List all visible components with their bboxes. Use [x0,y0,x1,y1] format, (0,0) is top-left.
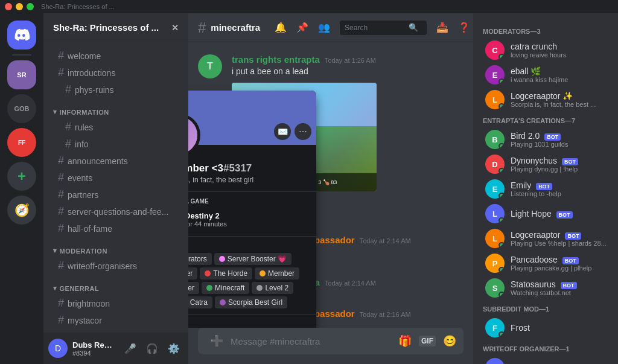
server-icon-gob[interactable]: GOB [7,94,36,123]
message-input[interactable] [231,336,391,346]
member-item[interactable]: C catra crunch loving reaive hours [478,38,613,62]
channel-item-announcements[interactable]: # announcements [48,153,183,169]
members-icon[interactable]: 👥 [318,22,330,33]
help-icon[interactable]: ❓ [458,22,470,33]
role-badge: Minecraft [202,282,249,294]
channel-item-events[interactable]: # events [48,170,183,186]
server-name: She-Ra: Princesses of ... [53,22,159,33]
member-status: i wanna kiss hajime [511,76,608,83]
close-button[interactable] [5,3,12,10]
title-bar-text: She-Ra: Princesses of ... [41,3,115,10]
message-author[interactable]: trans rights entrapta [232,54,320,65]
title-bar: She-Ra: Princesses of ... [0,0,618,13]
channel-hash-icon: # [58,297,64,310]
member-item[interactable]: P Pancadoose BOT Playing pancake.gg | pl… [478,251,613,275]
emoji-icon[interactable]: 😊 [441,332,459,350]
member-info: Emily BOT Listening to -help [511,180,608,197]
deafen-button[interactable]: 🎧 [142,339,162,358]
member-item[interactable]: D Dubs Rewatcher [478,356,613,364]
add-file-icon[interactable]: ➕ [208,332,226,350]
profile-game-duration: for 44 minutes [188,220,227,228]
profile-roles-area: ROLES Moderators Server Booster 💗 Soldie… [188,237,316,315]
channel-item-server-questions[interactable]: # server-questions-and-fee... [48,203,183,220]
user-info: Dubs Rewat... #8394 [72,340,116,357]
member-item[interactable]: F Frost [478,316,613,340]
server-icon-add[interactable]: + [7,162,36,191]
search-input[interactable] [345,24,405,32]
minimize-button[interactable] [16,3,23,10]
avatar: D [485,155,505,174]
profile-game-name: Destiny 2 [188,211,227,220]
member-item-light-hope[interactable]: L Light Hope BOT [478,202,613,226]
server-icon-shera[interactable]: SR [7,60,36,89]
member-item[interactable]: L Logceraaptor ✨ Scorpia is, in fact, th… [478,88,613,112]
channel-hash-icon: # [58,314,64,327]
server-icon-explore[interactable]: 🧭 [7,196,36,225]
member-info: Dynonychus BOT Playing dyno.gg | !help [511,156,608,173]
member-item[interactable]: D Dynonychus BOT Playing dyno.gg | !help [478,152,613,176]
server-icon-discord[interactable] [7,21,36,49]
channel-item-brightmoon[interactable]: # brightmoon [48,295,183,311]
channel-item-info[interactable]: # info [48,136,183,152]
channel-item-phys-ruins[interactable]: # phys-ruins [48,81,183,98]
settings-button[interactable]: ⚙️ [164,339,183,358]
profile-action-button[interactable]: ✉️ [274,123,291,140]
online-indicator [499,267,505,273]
member-item[interactable]: L Logceraaptor BOT Playing Use %help | s… [478,226,613,251]
role-badge: Soldier [188,267,197,279]
channel-hash-icon: # [58,66,64,79]
hash-notification-icon[interactable]: 🔔 [275,22,287,33]
mute-button[interactable]: 🎤 [121,339,140,358]
message-timestamp: Today at 2:16 AM [360,311,411,318]
category-arrow-icon: ▾ [53,247,57,255]
main-content: # minecraftra channel to discuss our ser… [188,13,473,364]
channel-hash-icon: # [198,19,206,36]
role-badge: Scorpia Best Girl [215,296,287,308]
member-item[interactable]: E eball 🌿 i wanna kiss hajime [478,63,613,87]
category-moderation[interactable]: ▾ MODERATION [43,237,188,257]
category-arrow-icon: ▾ [53,284,57,292]
gif-icon[interactable]: GIF [419,336,436,346]
pin-icon[interactable]: 📌 [296,22,308,33]
profile-game-area: PLAYING A GAME 🎯 Destiny 2 for 44 minute… [188,192,316,237]
channel-item-hall-of-fame[interactable]: # hall-of-fame [48,220,183,237]
search-box[interactable]: 🔍 [340,21,427,35]
role-color-dot [220,299,226,305]
channel-hash-icon: # [58,171,64,184]
channel-hash-icon: # [65,83,71,96]
member-name: Logceraaptor BOT [511,230,608,240]
header-icons: 🔔 📌 👥 🔍 📥 ❓ [275,21,470,35]
message-input-box: ➕ 🎁 GIF 😊 [198,328,464,354]
server-header[interactable]: She-Ra: Princesses of ... ✕ [43,13,188,42]
channel-item-mystacor[interactable]: # mystacor [48,312,183,328]
online-indicator [499,292,505,298]
member-status: Watching statbot.net [511,289,608,296]
member-info: Statosaurus BOT Watching statbot.net [511,279,608,296]
category-information[interactable]: ▾ INFORMATION [43,98,188,118]
profile-more-button[interactable]: ⋯ [295,123,311,140]
channel-item-welcome[interactable]: # welcome [48,48,183,64]
member-item[interactable]: B Bird 2.0 BOT Playing 1031 guilds [478,127,613,152]
member-item[interactable]: E Emily BOT Listening to -help [478,177,613,201]
member-name: Dynonychus BOT [511,156,608,165]
profile-roles-label: ROLES [188,243,307,249]
member-item[interactable]: S Statosaurus BOT Watching statbot.net [478,276,613,300]
member-status: Listening to -help [511,190,608,197]
message-input-area: ➕ 🎁 GIF 😊 [188,328,473,364]
user-controls: 🎤 🎧 ⚙️ [121,339,183,358]
avatar: D [48,339,68,358]
role-color-dot [205,270,211,276]
server-icon-filmfiction[interactable]: FF [7,128,36,157]
channel-item-writeoff[interactable]: # writeoff-organisers [48,258,183,274]
channel-item-partners[interactable]: # partners [48,187,183,203]
member-name: Bird 2.0 BOT [511,131,608,141]
category-general[interactable]: ▾ GENERRAL [43,275,188,295]
inbox-icon[interactable]: 📥 [436,22,448,33]
right-sidebar: MODERATORS—3 C catra crunch loving reaiv… [473,13,618,364]
channel-item-rules[interactable]: # rules [48,119,183,135]
maximize-button[interactable] [27,3,34,10]
channel-list: # welcome # introductions # phys-ruins ▾… [43,42,188,333]
channel-item-introductions[interactable]: # introductions [48,65,183,81]
member-category-moderators: MODERATORS—3 [473,23,618,37]
gift-icon[interactable]: 🎁 [396,332,414,350]
